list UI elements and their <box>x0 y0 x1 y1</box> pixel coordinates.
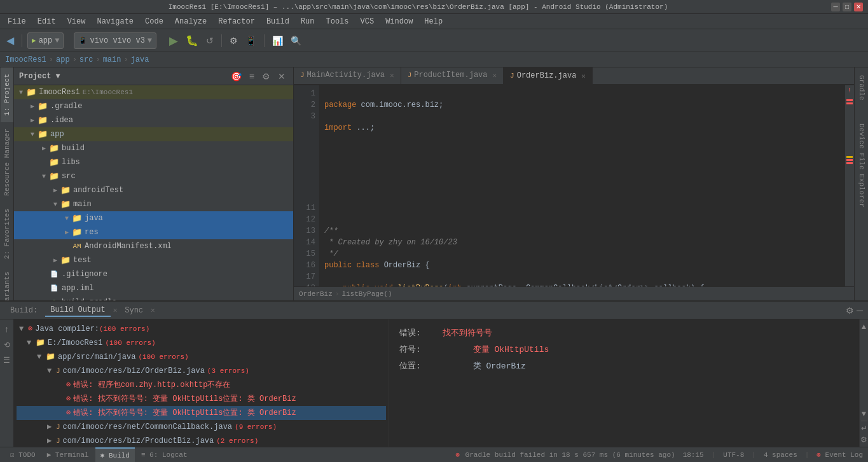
tree-app[interactable]: ▼ 📁 app <box>14 127 293 141</box>
tree-libs[interactable]: ▶ 📁 libs <box>14 155 293 169</box>
menu-window[interactable]: Window <box>380 16 418 27</box>
menu-code[interactable]: Code <box>140 16 169 27</box>
avd-button[interactable]: 📱 <box>243 34 259 47</box>
bottom-tab-build[interactable]: Build: <box>5 305 43 316</box>
menu-edit[interactable]: Edit <box>32 16 61 27</box>
blb-filter[interactable]: ☰ <box>1 354 12 367</box>
bc-app[interactable]: app <box>56 55 70 64</box>
tab-resource-manager[interactable]: Resource Manager <box>1 122 13 202</box>
bc-root[interactable]: ImoocRes1 <box>5 55 46 64</box>
tree-androidtest[interactable]: ▶ 📁 androidTest <box>14 183 293 197</box>
menu-help[interactable]: Help <box>419 16 448 27</box>
tab-favorites[interactable]: 2: Favorites <box>1 202 13 265</box>
tab-mainactivity[interactable]: J MainActivity.java ✕ <box>294 67 401 84</box>
menu-analyze[interactable]: Analyze <box>170 16 212 27</box>
bc-src[interactable]: src <box>79 55 93 64</box>
scroll-up-btn[interactable]: ▲ <box>859 321 868 332</box>
bottom-tab-sync[interactable]: Sync <box>120 305 148 316</box>
build-item-commoncallback[interactable]: ▶ J com/imooc/res/net/CommonCallback.jav… <box>17 420 386 434</box>
build-item-main-java[interactable]: ▼ 📁 app/src/main/java (100 errors) <box>17 350 386 364</box>
tree-app-iml[interactable]: ▶ 📄 app.iml <box>14 281 293 295</box>
blb-scroll-up[interactable]: ↑ <box>3 322 11 336</box>
search-everywhere[interactable]: 🔍 <box>288 34 304 47</box>
build-error-1[interactable]: ⊗ 错误: 程序包com.zhy.http.okhttp不存在 <box>17 378 386 392</box>
footer-tab-todo[interactable]: ☑ TODO <box>5 449 41 460</box>
bottom-tab-close-output[interactable]: ✕ <box>113 306 118 314</box>
menu-run[interactable]: Run <box>296 16 320 27</box>
tree-main[interactable]: ▼ 📁 main <box>14 197 293 211</box>
tab-orderbiz[interactable]: J OrderBiz.java ✕ <box>504 67 593 84</box>
bi-label-root: E:/ImoocRes1 <box>48 337 102 349</box>
debug-button[interactable]: 🐛 <box>183 33 201 48</box>
right-tab-device-file[interactable]: Device File Explorer <box>855 118 868 213</box>
right-tab-gradle[interactable]: Gradle <box>855 70 868 106</box>
tree-java[interactable]: ▼ 📁 java <box>14 211 293 225</box>
build-item-root-path[interactable]: ▼ 📁 E:/ImoocRes1 (100 errors) <box>17 336 386 350</box>
settings-bottom-right[interactable]: ⚙ <box>859 434 868 445</box>
bottom-settings-btn[interactable]: ⚙ <box>846 305 854 316</box>
close-button[interactable]: ✕ <box>854 3 863 11</box>
menu-tools[interactable]: Tools <box>321 16 354 27</box>
tree-src[interactable]: ▼ 📁 src <box>14 169 293 183</box>
footer-tab-logcat[interactable]: ≡ 6: Logcat <box>136 450 193 460</box>
menu-refactor[interactable]: Refactor <box>213 16 260 27</box>
main-label: main <box>73 200 92 209</box>
bottom-tab-build-output[interactable]: Build Output <box>45 304 110 317</box>
eb-listbypage[interactable]: listByPage() <box>341 290 392 298</box>
panel-locate-btn[interactable]: 🎯 <box>228 71 244 82</box>
maximize-button[interactable]: □ <box>843 3 851 11</box>
scroll-down-btn[interactable]: ▼ <box>859 408 868 419</box>
tree-build-gradle[interactable]: ▶ G build.gradle <box>14 295 293 300</box>
status-indent: 4 spaces <box>764 451 797 459</box>
reload-button[interactable]: ↺ <box>203 34 216 47</box>
footer-tab-terminal[interactable]: ▶ Terminal <box>42 449 94 460</box>
device-dropdown[interactable]: 📱 vivo vivo v3 ▼ <box>74 32 156 49</box>
minimize-button[interactable]: ─ <box>831 3 840 11</box>
blb-wrap[interactable]: ⟲ <box>2 339 12 351</box>
panel-collapse-btn[interactable]: ≡ <box>247 71 257 82</box>
build-error-3[interactable]: ⊗ 错误: 找不到符号号: 变量 OkHttpUtils位置: 类 OrderB… <box>17 406 386 420</box>
panel-close-btn[interactable]: ✕ <box>275 71 288 82</box>
build-item-productbiz[interactable]: ▶ J com/imooc/res/biz/ProductBiz.java (2… <box>17 434 386 447</box>
close-productitem[interactable]: ✕ <box>492 71 497 80</box>
sdk-button[interactable]: ⚙ <box>227 34 240 47</box>
tree-build[interactable]: ▶ 📁 build <box>14 141 293 155</box>
profiler-button[interactable]: 📊 <box>270 34 286 47</box>
code-editor[interactable]: 1 2 3 11 12 13 14 15 16 17 <box>294 85 854 286</box>
tab-project[interactable]: 1: Project <box>1 67 13 122</box>
bc-java[interactable]: java <box>131 55 149 64</box>
close-mainactivity[interactable]: ✕ <box>390 71 394 80</box>
event-log-btn[interactable]: ⊗ Event Log <box>816 451 863 459</box>
bottom-tabs-bar: Build: Build Output ✕ Sync ✕ ⚙ ─ <box>0 302 868 319</box>
build-item-orderbiz[interactable]: ▼ J com/imooc/res/biz/OrderBiz.java (3 e… <box>17 364 386 378</box>
tree-idea[interactable]: ▶ 📁 .idea <box>14 113 293 127</box>
tab-productitem[interactable]: J ProductItem.java ✕ <box>401 67 504 84</box>
menu-navigate[interactable]: Navigate <box>92 16 139 27</box>
bottom-minimize-btn[interactable]: ─ <box>857 305 863 316</box>
build-error-2[interactable]: ⊗ 错误: 找不到符号号: 变量 OkHttpUtils位置: 类 OrderB… <box>17 392 386 406</box>
word-wrap-btn[interactable]: ↵ <box>860 423 869 434</box>
tree-manifest[interactable]: ▶ AM AndroidManifest.xml <box>14 239 293 253</box>
menu-file[interactable]: File <box>3 16 31 27</box>
tree-test[interactable]: ▶ 📁 test <box>14 253 293 267</box>
back-button[interactable]: ◀ <box>4 33 17 48</box>
tree-gitignore[interactable]: ▶ 📄 .gitignore <box>14 267 293 281</box>
menu-build[interactable]: Build <box>261 16 294 27</box>
bi-label-error-2: 错误: 找不到符号号: 变量 OkHttpUtils位置: 类 OrderBiz <box>73 393 296 405</box>
bc-main[interactable]: main <box>103 55 121 64</box>
eb-orderbiz[interactable]: OrderBiz <box>299 290 333 298</box>
menu-view[interactable]: View <box>62 16 91 27</box>
bottom-tab-close-sync[interactable]: ✕ <box>151 306 155 314</box>
tree-gradle[interactable]: ▶ 📁 .gradle <box>14 99 293 113</box>
code-content[interactable]: package com.imooc.res.biz; import ...; /… <box>319 85 845 286</box>
run-button[interactable]: ▶ <box>167 32 181 49</box>
tree-res[interactable]: ▶ 📁 res <box>14 225 293 239</box>
build-item-compiler[interactable]: ▼ ⊗ Java compiler: (100 errors) <box>17 322 386 336</box>
footer-tab-build-active[interactable]: ✱ Build <box>95 447 135 463</box>
menu-vcs[interactable]: VCS <box>355 16 380 27</box>
tree-root[interactable]: ▼ 📁 ImoocRes1 E:\ImoocRes1 <box>14 85 293 99</box>
app-dropdown[interactable]: ▶ app ▼ <box>27 32 64 49</box>
tab-build-variants[interactable]: Build Variants <box>1 265 13 300</box>
panel-settings-btn[interactable]: ⚙ <box>259 71 273 82</box>
close-orderbiz[interactable]: ✕ <box>581 72 586 80</box>
